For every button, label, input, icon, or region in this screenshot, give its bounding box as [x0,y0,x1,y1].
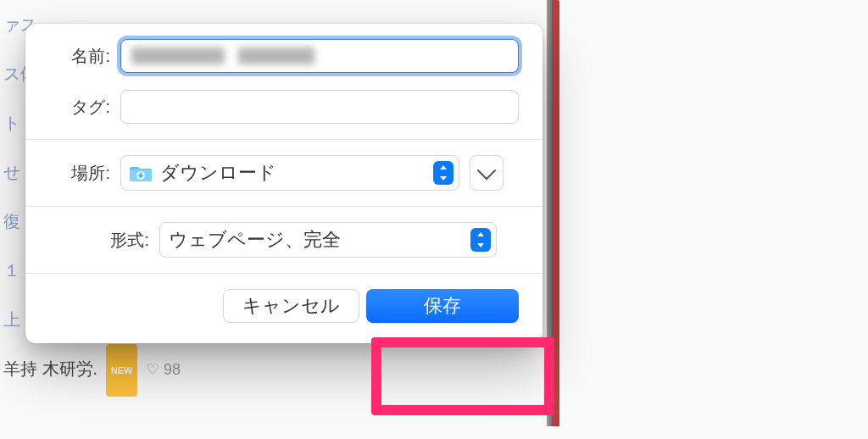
bg-bottom-line: 羊持 木研労. NEW ♡ 98 [3,344,868,397]
bg-bottom-suffix: ♡ 98 [146,361,181,378]
location-section: 場所: ダウンロード [25,140,542,206]
chevron-down-icon [477,161,497,181]
cancel-button[interactable]: キャンセル [223,289,359,323]
updown-icon [470,228,491,252]
redacted-text [238,47,314,64]
save-dialog: 名前: タグ: 場所: ダウンロード [25,24,542,343]
format-label: 形式: [49,229,149,252]
format-section: 形式: ウェブページ、完全 [25,207,542,273]
tag-field-row: タグ: [49,90,519,124]
updown-icon [433,161,453,185]
location-label: 場所: [49,162,110,185]
tag-input[interactable] [120,90,519,124]
location-field-row: 場所: ダウンロード [49,155,519,191]
name-label: 名前: [49,45,110,68]
location-value: ダウンロード [160,160,433,186]
window-edge [547,0,559,426]
button-row: キャンセル 保存 [25,274,542,343]
location-select[interactable]: ダウンロード [120,155,459,191]
format-value: ウェブページ、完全 [169,227,470,253]
downloads-folder-icon [130,164,152,182]
tag-label: タグ: [49,96,110,119]
expand-button[interactable] [470,155,504,191]
new-badge: NEW [106,344,138,397]
name-input[interactable] [120,39,519,73]
name-tag-section: 名前: タグ: [25,24,542,139]
format-select[interactable]: ウェブページ、完全 [159,222,497,258]
redacted-text [131,47,225,64]
name-field-row: 名前: [49,39,519,73]
bg-bottom-text: 羊持 木研労. [3,359,97,378]
save-button[interactable]: 保存 [366,289,519,323]
format-field-row: 形式: ウェブページ、完全 [49,222,519,258]
